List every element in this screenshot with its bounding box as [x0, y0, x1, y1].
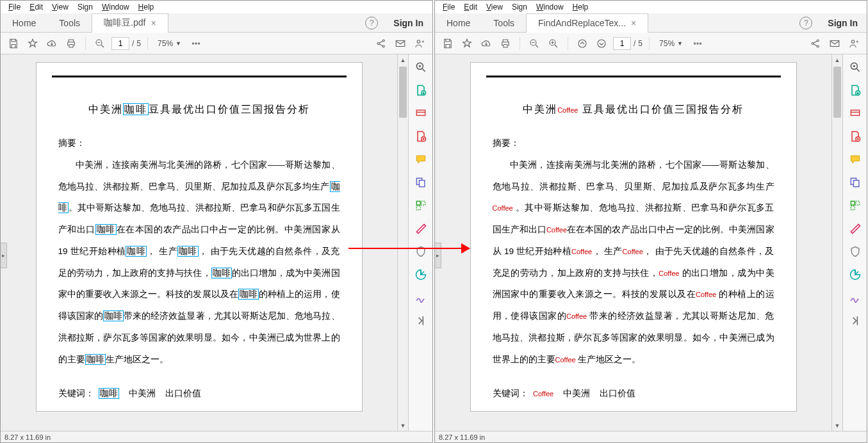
page-indicator: / 5 — [613, 37, 643, 50]
menu-edit[interactable]: Edit — [26, 3, 47, 12]
more-icon[interactable] — [690, 36, 705, 51]
zoom-out-icon[interactable] — [527, 36, 542, 51]
tab-tools[interactable]: Tools — [482, 13, 526, 33]
more-icon[interactable] — [188, 36, 204, 51]
tab-home[interactable]: Home — [1, 13, 47, 33]
status-bar: 8.27 x 11.69 in — [435, 431, 867, 442]
save-icon[interactable] — [440, 36, 455, 51]
svg-point-4 — [377, 42, 379, 44]
highlight: 咖啡 — [123, 103, 149, 115]
svg-point-5 — [382, 40, 384, 42]
svg-point-2 — [195, 42, 197, 44]
tab-home[interactable]: Home — [435, 13, 482, 33]
fill-sign-icon[interactable] — [413, 290, 429, 305]
mail-icon[interactable] — [827, 36, 842, 51]
optimize-icon[interactable] — [848, 267, 863, 282]
fill-sign-icon[interactable] — [848, 290, 863, 305]
scrollbar-thumb[interactable] — [399, 67, 407, 118]
protect-icon[interactable] — [848, 244, 863, 259]
nav-panel-toggle[interactable]: ▸ — [1, 243, 7, 268]
menu-view[interactable]: View — [48, 3, 72, 12]
search-tool-icon[interactable] — [413, 60, 429, 75]
combine-icon[interactable] — [413, 175, 429, 190]
cloud-icon[interactable] — [479, 36, 494, 51]
cloud-icon[interactable] — [44, 36, 60, 51]
comment-icon[interactable] — [848, 152, 863, 167]
collapse-rail-icon[interactable] — [413, 313, 429, 328]
svg-rect-32 — [851, 110, 859, 115]
organize-icon[interactable] — [848, 198, 863, 213]
organize-icon[interactable] — [413, 198, 429, 213]
print-icon[interactable] — [63, 36, 79, 51]
page-total: 5 — [638, 39, 643, 48]
create-pdf-icon[interactable] — [848, 106, 863, 121]
abstract-label: 摘要： — [58, 133, 340, 154]
page-up-icon[interactable] — [575, 36, 590, 51]
edit-pdf-icon[interactable] — [848, 129, 863, 144]
export-pdf-icon[interactable] — [413, 83, 429, 98]
tab-tools[interactable]: Tools — [47, 13, 92, 33]
close-icon[interactable]: × — [631, 18, 636, 28]
help-icon[interactable]: ? — [365, 17, 378, 29]
scroll-up-icon[interactable]: ▲ — [398, 54, 408, 65]
menu-file[interactable]: File — [4, 3, 24, 12]
zoom-select[interactable]: 75% ▼ — [656, 37, 686, 50]
optimize-icon[interactable] — [413, 267, 429, 282]
menu-window[interactable]: Window — [98, 3, 133, 12]
doc-title: 中美洲Coffee 豆具最优出口价值三国报告分析 — [493, 97, 774, 122]
tools-rail — [842, 54, 867, 431]
scroll-up-icon[interactable]: ▲ — [832, 54, 842, 65]
scrollbar-thumb[interactable] — [833, 67, 841, 118]
save-icon[interactable] — [6, 36, 21, 51]
menu-window[interactable]: Window — [532, 3, 568, 12]
toolbar: / 5 75% ▼ — [1, 33, 432, 54]
sign-in-button[interactable]: Sign In — [384, 18, 432, 28]
page-current-input[interactable] — [613, 37, 631, 50]
tab-document[interactable]: 咖啡豆.pdf × — [92, 13, 168, 33]
menu-help[interactable]: Help — [135, 3, 158, 12]
add-person-icon[interactable] — [412, 36, 427, 51]
comment-icon[interactable] — [413, 152, 429, 167]
svg-point-27 — [817, 45, 819, 47]
share-icon[interactable] — [373, 36, 389, 51]
export-pdf-icon[interactable] — [848, 83, 863, 98]
zoom-select[interactable]: 75% ▼ — [154, 37, 184, 50]
menu-edit[interactable]: Edit — [460, 3, 481, 12]
share-icon[interactable] — [808, 36, 823, 51]
zoom-out-icon[interactable] — [92, 36, 108, 51]
add-person-icon[interactable] — [846, 36, 862, 51]
svg-point-1 — [192, 42, 193, 44]
svg-rect-35 — [853, 181, 858, 187]
combine-icon[interactable] — [848, 175, 863, 190]
sign-in-button[interactable]: Sign In — [819, 18, 867, 28]
svg-rect-11 — [416, 110, 425, 115]
print-icon[interactable] — [498, 36, 513, 51]
zoom-in-icon[interactable] — [546, 36, 561, 51]
menu-sign[interactable]: Sign — [74, 3, 97, 12]
close-icon[interactable]: × — [151, 18, 156, 28]
star-icon[interactable] — [25, 36, 40, 51]
scroll-down-icon[interactable]: ▼ — [832, 420, 842, 431]
right-window: File Edit View Sign Window Help Home Too… — [434, 0, 867, 443]
redact-icon[interactable] — [848, 221, 863, 236]
tab-document[interactable]: FindAndReplaceTex... × — [526, 13, 648, 33]
menu-view[interactable]: View — [482, 3, 507, 12]
vertical-scrollbar[interactable]: ▲ ▼ — [831, 54, 842, 431]
document-viewport[interactable]: ▸ 中美洲咖啡豆具最优出口价值三国报告分析 摘要： 中美洲，连接南美洲与北美洲的… — [1, 54, 397, 431]
star-icon[interactable] — [459, 36, 475, 51]
svg-rect-14 — [419, 181, 424, 187]
page-down-icon[interactable] — [594, 36, 609, 51]
collapse-rail-icon[interactable] — [848, 313, 863, 328]
menu-file[interactable]: File — [439, 3, 459, 12]
help-icon[interactable]: ? — [799, 17, 812, 29]
create-pdf-icon[interactable] — [413, 106, 429, 121]
document-viewport[interactable]: ▸ 中美洲Coffee 豆具最优出口价值三国报告分析 摘要： 中美洲，连接南美洲… — [435, 54, 831, 431]
menu-sign[interactable]: Sign — [508, 3, 531, 12]
menu-help[interactable]: Help — [569, 3, 593, 12]
redact-icon[interactable] — [413, 221, 429, 236]
search-tool-icon[interactable] — [848, 60, 863, 75]
edit-pdf-icon[interactable] — [413, 129, 429, 144]
page-current-input[interactable] — [111, 37, 129, 50]
scroll-down-icon[interactable]: ▼ — [398, 420, 408, 431]
mail-icon[interactable] — [393, 36, 408, 51]
